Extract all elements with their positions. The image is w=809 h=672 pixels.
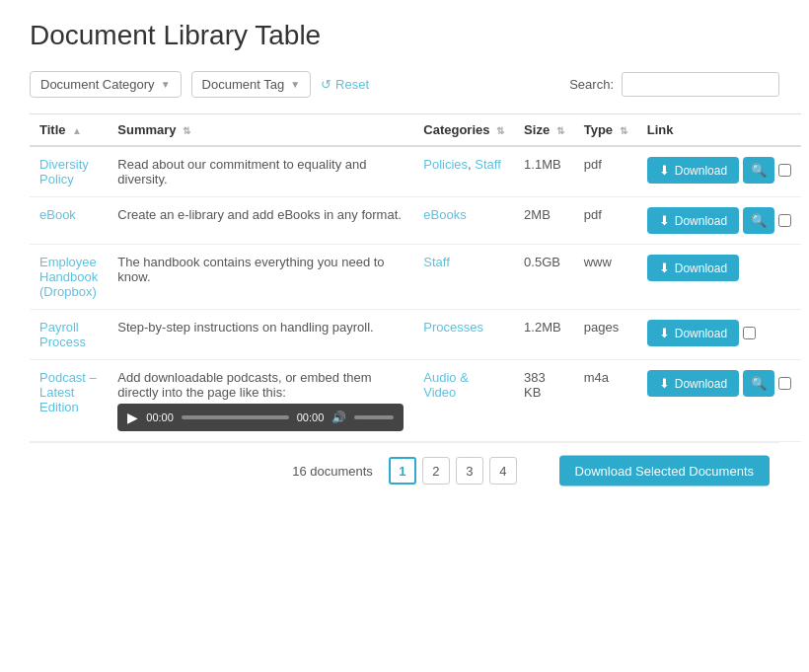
magnifier-icon: 🔍 [751,213,767,228]
row-checkbox[interactable] [778,164,791,177]
category-link[interactable]: Policies [423,157,468,172]
toolbar: Document Category ▼ Document Tag ▼ ↺ Res… [30,71,779,98]
reset-label: Reset [335,77,369,92]
doc-summary: Add downloadable podcasts, or embed them… [108,360,413,442]
audio-current-time: 00:00 [146,411,174,423]
doc-type: www [574,245,637,310]
doc-actions: ⬇ Download🔍 [637,197,801,245]
download-icon: ⬇ [659,326,670,340]
reset-icon: ↺ [321,77,331,92]
sort-icon-type: ⇅ [620,125,627,136]
doc-actions: ⬇ Download🔍 [637,360,801,442]
download-button[interactable]: ⬇ Download [647,320,739,346]
doc-size: 1.2MB [514,310,574,360]
doc-size: 1.1MB [514,146,574,197]
table-row: Payroll ProcessStep-by-step instructions… [30,310,801,360]
doc-size: 383 KB [514,360,574,442]
col-categories[interactable]: Categories ⇅ [413,114,514,147]
doc-count: 16 documents [292,464,373,479]
download-button[interactable]: ⬇ Download [647,370,739,397]
doc-summary: Step-by-step instructions on handling pa… [108,310,413,360]
tag-filter-label: Document Tag [202,77,285,92]
row-checkbox[interactable] [778,214,791,227]
sort-icon-size: ⇅ [556,125,564,136]
doc-summary: The handbook contains everything you nee… [108,245,413,310]
download-icon: ⬇ [659,163,670,178]
sort-icon-title: ▲ [72,125,82,136]
download-icon: ⬇ [659,213,670,228]
page-btn-4[interactable]: 4 [489,457,517,485]
col-size[interactable]: Size ⇅ [514,114,574,147]
table-row: Employee Handbook (Dropbox)The handbook … [30,245,801,310]
magnifier-icon: 🔍 [751,376,767,391]
category-filter[interactable]: Document Category ▼ [30,71,182,98]
search-button[interactable]: 🔍 [743,370,774,397]
doc-actions: ⬇ Download [637,310,801,360]
sort-icon-summary: ⇅ [183,125,190,136]
category-link[interactable]: Processes [423,320,483,335]
download-icon: ⬇ [659,261,670,275]
download-icon: ⬇ [659,376,670,391]
doc-actions: ⬇ Download🔍 [637,146,801,197]
category-link[interactable]: Staff [475,157,501,172]
doc-type: pages [574,310,637,360]
category-filter-label: Document Category [40,77,155,92]
volume-bar[interactable] [354,415,394,419]
table-row: Podcast – Latest EditionAdd downloadable… [30,360,801,442]
doc-type: pdf [574,197,637,245]
search-area: Search: [569,72,779,97]
col-type[interactable]: Type ⇅ [574,114,637,147]
volume-icon: 🔊 [331,411,346,424]
sort-icon-categories: ⇅ [496,125,504,136]
search-input[interactable] [622,72,779,97]
download-button[interactable]: ⬇ Download [647,255,739,281]
doc-categories: Audio & Video [413,360,514,442]
audio-play-button[interactable]: ▶ [127,410,138,425]
doc-categories: eBooks [413,197,514,245]
download-button[interactable]: ⬇ Download [647,207,739,234]
search-button[interactable]: 🔍 [743,157,774,184]
search-button[interactable]: 🔍 [743,207,774,234]
page-btn-1[interactable]: 1 [389,457,416,485]
col-title[interactable]: Title ▲ [30,114,108,147]
row-checkbox[interactable] [743,327,756,339]
audio-progress-bar[interactable] [182,415,289,419]
table-row: Diversity PolicyRead about our commitmen… [30,146,801,197]
download-selected-button[interactable]: Download Selected Documents [559,456,770,486]
col-summary[interactable]: Summary ⇅ [108,114,413,147]
doc-title-link[interactable]: Podcast – Latest Edition [39,370,97,414]
page-title: Document Library Table [30,20,779,51]
doc-summary: Read about our commitment to equality an… [108,146,413,197]
col-link: Link [637,114,801,147]
doc-title-link[interactable]: Employee Handbook (Dropbox) [39,255,98,299]
pagination-row: 16 documents 1 2 3 4 Download Selected D… [30,442,779,498]
page-btn-2[interactable]: 2 [422,457,450,485]
doc-title-link[interactable]: Payroll Process [39,320,86,349]
doc-title-link[interactable]: eBook [39,207,76,222]
category-link[interactable]: eBooks [423,207,466,222]
category-link[interactable]: Audio & Video [423,370,469,400]
doc-actions: ⬇ Download [637,245,801,310]
tag-arrow-icon: ▼ [290,79,300,90]
download-button[interactable]: ⬇ Download [647,157,739,184]
doc-title-link[interactable]: Diversity Policy [39,157,89,187]
search-label: Search: [569,77,614,92]
doc-type: m4a [574,360,637,442]
doc-size: 2MB [514,197,574,245]
document-table: Title ▲ Summary ⇅ Categories ⇅ Size ⇅ Ty… [30,113,801,442]
category-link[interactable]: Staff [423,255,450,269]
reset-button[interactable]: ↺ Reset [321,77,369,92]
row-checkbox[interactable] [778,377,791,390]
doc-categories: Policies, Staff [413,146,514,197]
doc-size: 0.5GB [514,245,574,310]
tag-filter[interactable]: Document Tag ▼ [191,71,312,98]
table-row: eBookCreate an e-library and add eBooks … [30,197,801,245]
doc-summary: Create an e-library and add eBooks in an… [108,197,413,245]
page-btn-3[interactable]: 3 [456,457,483,485]
doc-type: pdf [574,146,637,197]
table-header-row: Title ▲ Summary ⇅ Categories ⇅ Size ⇅ Ty… [30,114,801,147]
doc-categories: Processes [413,310,514,360]
category-arrow-icon: ▼ [161,79,171,90]
audio-duration: 00:00 [297,411,325,423]
magnifier-icon: 🔍 [751,163,767,178]
